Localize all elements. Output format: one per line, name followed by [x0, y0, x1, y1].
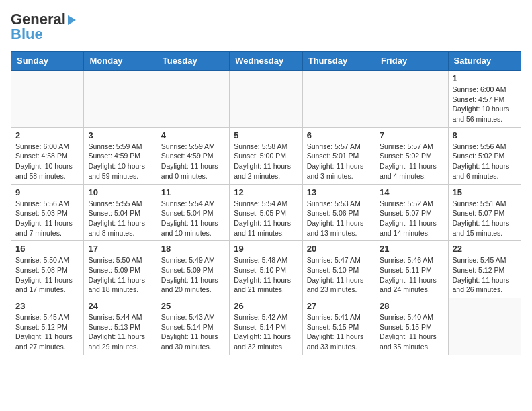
calendar-cell: 12Sunrise: 5:54 AM Sunset: 5:05 PM Dayli…	[230, 184, 302, 241]
day-info: Sunrise: 5:50 AM Sunset: 5:08 PM Dayligh…	[15, 255, 79, 295]
weekday-header: Thursday	[302, 52, 375, 71]
calendar-cell: 14Sunrise: 5:52 AM Sunset: 5:07 PM Dayli…	[375, 184, 448, 241]
day-number: 25	[161, 301, 225, 311]
day-info: Sunrise: 5:45 AM Sunset: 5:12 PM Dayligh…	[15, 312, 79, 352]
calendar-cell	[84, 71, 157, 128]
day-info: Sunrise: 5:50 AM Sunset: 5:09 PM Dayligh…	[88, 255, 152, 295]
day-info: Sunrise: 5:46 AM Sunset: 5:11 PM Dayligh…	[380, 255, 443, 295]
calendar-cell: 13Sunrise: 5:53 AM Sunset: 5:06 PM Dayli…	[302, 184, 375, 241]
calendar-cell: 23Sunrise: 5:45 AM Sunset: 5:12 PM Dayli…	[11, 298, 84, 355]
calendar-cell: 11Sunrise: 5:54 AM Sunset: 5:04 PM Dayli…	[157, 184, 229, 241]
calendar-week-row: 1Sunrise: 6:00 AM Sunset: 4:57 PM Daylig…	[11, 71, 521, 128]
day-number: 24	[88, 301, 152, 311]
calendar-cell: 24Sunrise: 5:44 AM Sunset: 5:13 PM Dayli…	[84, 298, 157, 355]
weekday-header: Wednesday	[230, 52, 302, 71]
day-number: 26	[234, 301, 298, 311]
day-info: Sunrise: 5:45 AM Sunset: 5:12 PM Dayligh…	[453, 255, 517, 295]
day-number: 1	[453, 73, 517, 83]
day-info: Sunrise: 5:59 AM Sunset: 4:59 PM Dayligh…	[161, 142, 225, 181]
day-number: 21	[380, 244, 443, 254]
day-number: 14	[380, 187, 443, 197]
calendar-cell: 7Sunrise: 5:57 AM Sunset: 5:02 PM Daylig…	[375, 127, 448, 184]
day-number: 19	[234, 244, 298, 254]
calendar-cell: 4Sunrise: 5:59 AM Sunset: 4:59 PM Daylig…	[157, 127, 229, 184]
calendar-cell: 27Sunrise: 5:41 AM Sunset: 5:15 PM Dayli…	[302, 298, 375, 355]
day-info: Sunrise: 5:55 AM Sunset: 5:04 PM Dayligh…	[88, 199, 152, 238]
calendar-cell	[302, 71, 375, 128]
calendar-cell: 18Sunrise: 5:49 AM Sunset: 5:09 PM Dayli…	[157, 241, 229, 298]
calendar-cell: 25Sunrise: 5:43 AM Sunset: 5:14 PM Dayli…	[157, 298, 229, 355]
calendar-cell: 20Sunrise: 5:47 AM Sunset: 5:10 PM Dayli…	[302, 241, 375, 298]
calendar-table: SundayMondayTuesdayWednesdayThursdayFrid…	[11, 51, 521, 355]
day-number: 13	[307, 187, 371, 197]
weekday-header: Tuesday	[157, 52, 229, 71]
day-number: 22	[453, 244, 517, 254]
day-info: Sunrise: 5:51 AM Sunset: 5:07 PM Dayligh…	[453, 199, 517, 238]
day-info: Sunrise: 5:57 AM Sunset: 5:02 PM Dayligh…	[380, 142, 443, 181]
weekday-header: Saturday	[448, 52, 521, 71]
calendar-cell	[230, 71, 302, 128]
day-info: Sunrise: 5:56 AM Sunset: 5:02 PM Dayligh…	[453, 142, 517, 181]
logo: General Blue	[11, 11, 76, 43]
calendar-header-row: SundayMondayTuesdayWednesdayThursdayFrid…	[11, 52, 521, 71]
day-info: Sunrise: 5:48 AM Sunset: 5:10 PM Dayligh…	[234, 255, 298, 295]
calendar-cell: 2Sunrise: 6:00 AM Sunset: 4:58 PM Daylig…	[11, 127, 84, 184]
day-info: Sunrise: 5:54 AM Sunset: 5:05 PM Dayligh…	[234, 199, 298, 238]
day-info: Sunrise: 5:44 AM Sunset: 5:13 PM Dayligh…	[88, 312, 152, 352]
logo-arrow-icon	[68, 15, 76, 25]
calendar-week-row: 23Sunrise: 5:45 AM Sunset: 5:12 PM Dayli…	[11, 298, 521, 355]
day-info: Sunrise: 5:40 AM Sunset: 5:15 PM Dayligh…	[380, 312, 443, 352]
day-number: 16	[15, 244, 79, 254]
day-number: 3	[88, 130, 152, 140]
calendar-cell: 26Sunrise: 5:42 AM Sunset: 5:14 PM Dayli…	[230, 298, 302, 355]
calendar-week-row: 2Sunrise: 6:00 AM Sunset: 4:58 PM Daylig…	[11, 127, 521, 184]
day-info: Sunrise: 5:59 AM Sunset: 4:59 PM Dayligh…	[88, 142, 152, 181]
day-number: 11	[161, 187, 225, 197]
day-number: 18	[161, 244, 225, 254]
page-header: General Blue	[11, 11, 521, 43]
day-info: Sunrise: 5:49 AM Sunset: 5:09 PM Dayligh…	[161, 255, 225, 295]
calendar-cell: 21Sunrise: 5:46 AM Sunset: 5:11 PM Dayli…	[375, 241, 448, 298]
calendar-cell	[11, 71, 84, 128]
day-number: 2	[15, 130, 79, 140]
day-info: Sunrise: 5:43 AM Sunset: 5:14 PM Dayligh…	[161, 312, 225, 352]
day-number: 7	[380, 130, 443, 140]
day-number: 23	[15, 301, 79, 311]
calendar-cell: 1Sunrise: 6:00 AM Sunset: 4:57 PM Daylig…	[448, 71, 521, 128]
day-info: Sunrise: 5:53 AM Sunset: 5:06 PM Dayligh…	[307, 199, 371, 238]
calendar-cell	[375, 71, 448, 128]
day-number: 15	[453, 187, 517, 197]
calendar-cell: 15Sunrise: 5:51 AM Sunset: 5:07 PM Dayli…	[448, 184, 521, 241]
day-info: Sunrise: 5:57 AM Sunset: 5:01 PM Dayligh…	[307, 142, 371, 181]
day-number: 20	[307, 244, 371, 254]
day-number: 6	[307, 130, 371, 140]
day-info: Sunrise: 5:54 AM Sunset: 5:04 PM Dayligh…	[161, 199, 225, 238]
day-info: Sunrise: 6:00 AM Sunset: 4:58 PM Dayligh…	[15, 142, 79, 181]
weekday-header: Friday	[375, 52, 448, 71]
day-number: 9	[15, 187, 79, 197]
calendar-cell: 8Sunrise: 5:56 AM Sunset: 5:02 PM Daylig…	[448, 127, 521, 184]
calendar-cell: 6Sunrise: 5:57 AM Sunset: 5:01 PM Daylig…	[302, 127, 375, 184]
calendar-cell: 10Sunrise: 5:55 AM Sunset: 5:04 PM Dayli…	[84, 184, 157, 241]
day-number: 8	[453, 130, 517, 140]
day-number: 10	[88, 187, 152, 197]
calendar-cell: 28Sunrise: 5:40 AM Sunset: 5:15 PM Dayli…	[375, 298, 448, 355]
calendar-cell: 17Sunrise: 5:50 AM Sunset: 5:09 PM Dayli…	[84, 241, 157, 298]
day-number: 5	[234, 130, 298, 140]
day-info: Sunrise: 5:41 AM Sunset: 5:15 PM Dayligh…	[307, 312, 371, 352]
day-number: 27	[307, 301, 371, 311]
calendar-cell	[448, 298, 521, 355]
day-info: Sunrise: 5:56 AM Sunset: 5:03 PM Dayligh…	[15, 199, 79, 238]
day-info: Sunrise: 5:47 AM Sunset: 5:10 PM Dayligh…	[307, 255, 371, 295]
day-number: 4	[161, 130, 225, 140]
day-info: Sunrise: 5:58 AM Sunset: 5:00 PM Dayligh…	[234, 142, 298, 181]
calendar-cell	[157, 71, 229, 128]
calendar-cell: 22Sunrise: 5:45 AM Sunset: 5:12 PM Dayli…	[448, 241, 521, 298]
calendar-cell: 3Sunrise: 5:59 AM Sunset: 4:59 PM Daylig…	[84, 127, 157, 184]
day-info: Sunrise: 6:00 AM Sunset: 4:57 PM Dayligh…	[453, 85, 517, 124]
calendar-cell: 16Sunrise: 5:50 AM Sunset: 5:08 PM Dayli…	[11, 241, 84, 298]
day-number: 12	[234, 187, 298, 197]
day-number: 17	[88, 244, 152, 254]
calendar-cell: 19Sunrise: 5:48 AM Sunset: 5:10 PM Dayli…	[230, 241, 302, 298]
day-info: Sunrise: 5:52 AM Sunset: 5:07 PM Dayligh…	[380, 199, 443, 238]
